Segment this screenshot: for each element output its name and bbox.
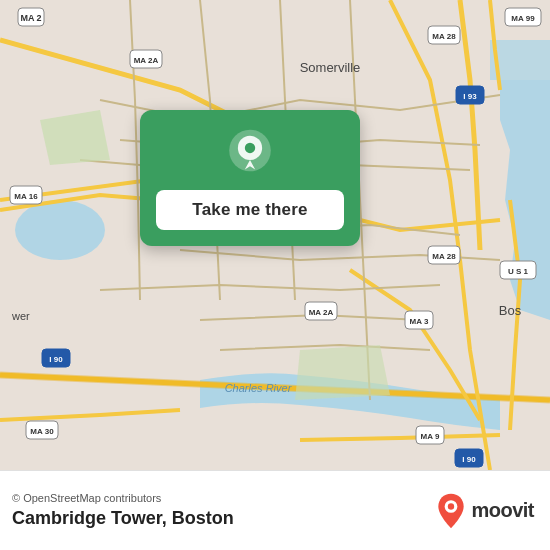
svg-text:MA 28: MA 28: [432, 252, 456, 261]
svg-text:wer: wer: [11, 310, 30, 322]
bottom-left: © OpenStreetMap contributors Cambridge T…: [12, 492, 234, 529]
svg-text:MA 2: MA 2: [20, 13, 41, 23]
moovit-text: moovit: [471, 499, 534, 522]
bottom-bar: © OpenStreetMap contributors Cambridge T…: [0, 470, 550, 550]
svg-text:Somerville: Somerville: [300, 60, 361, 75]
svg-point-36: [245, 143, 255, 153]
osm-attribution: © OpenStreetMap contributors: [12, 492, 234, 504]
svg-text:MA 9: MA 9: [421, 432, 440, 441]
svg-text:MA 16: MA 16: [14, 192, 38, 201]
svg-point-38: [448, 503, 454, 509]
map-container: MA 2 MA 2A MA 99 MA 28 I 93 MA 16 MA 28 …: [0, 0, 550, 470]
svg-text:MA 2A: MA 2A: [134, 56, 159, 65]
svg-text:Bos: Bos: [499, 303, 522, 318]
svg-point-1: [15, 200, 105, 260]
location-name: Cambridge Tower, Boston: [12, 508, 234, 529]
popup-card: Take me there: [140, 110, 360, 246]
svg-text:MA 99: MA 99: [511, 14, 535, 23]
svg-text:I 90: I 90: [49, 355, 63, 364]
svg-text:U S 1: U S 1: [508, 267, 529, 276]
take-me-there-button[interactable]: Take me there: [156, 190, 344, 230]
location-pin-icon: [224, 128, 276, 180]
svg-text:MA 2A: MA 2A: [309, 308, 334, 317]
svg-text:MA 30: MA 30: [30, 427, 54, 436]
moovit-pin-icon: [435, 492, 467, 530]
moovit-logo: moovit: [435, 492, 534, 530]
svg-text:I 93: I 93: [463, 92, 477, 101]
svg-text:Charles River: Charles River: [225, 382, 293, 394]
svg-text:MA 28: MA 28: [432, 32, 456, 41]
svg-text:MA 3: MA 3: [410, 317, 429, 326]
svg-text:I 90: I 90: [462, 455, 476, 464]
